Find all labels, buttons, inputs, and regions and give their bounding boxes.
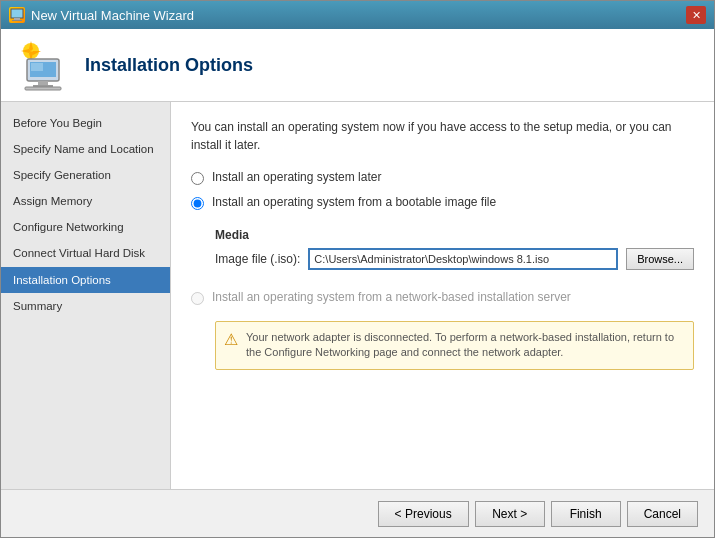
- sidebar-item-connect-virtual-hard-disk[interactable]: Connect Virtual Hard Disk: [1, 240, 170, 266]
- media-section: Media Image file (.iso): Browse...: [215, 228, 694, 270]
- content-area: You can install an operating system now …: [171, 102, 714, 489]
- svg-rect-1: [14, 18, 20, 20]
- option-install-later: Install an operating system later: [191, 170, 694, 185]
- radio-install-later[interactable]: [191, 172, 204, 185]
- media-label: Media: [215, 228, 694, 242]
- window-title: New Virtual Machine Wizard: [31, 8, 194, 23]
- description-text: You can install an operating system now …: [191, 118, 694, 154]
- warning-text: Your network adapter is disconnected. To…: [246, 330, 685, 361]
- sidebar-item-assign-memory[interactable]: Assign Memory: [1, 188, 170, 214]
- sidebar-item-summary[interactable]: Summary: [1, 293, 170, 319]
- label-install-bootable: Install an operating system from a boota…: [212, 195, 496, 209]
- radio-install-bootable[interactable]: [191, 197, 204, 210]
- svg-rect-0: [11, 9, 23, 18]
- header-icon: [17, 39, 69, 91]
- image-file-label: Image file (.iso):: [215, 252, 300, 266]
- image-file-row: Image file (.iso): Browse...: [215, 248, 694, 270]
- title-bar: New Virtual Machine Wizard ✕: [1, 1, 714, 29]
- radio-install-network[interactable]: [191, 292, 204, 305]
- main-window: New Virtual Machine Wizard ✕: [0, 0, 715, 538]
- previous-button[interactable]: < Previous: [378, 501, 469, 527]
- browse-button[interactable]: Browse...: [626, 248, 694, 270]
- header-title: Installation Options: [85, 55, 253, 76]
- sidebar-item-before-you-begin[interactable]: Before You Begin: [1, 110, 170, 136]
- label-install-later: Install an operating system later: [212, 170, 381, 184]
- header-section: Installation Options: [1, 29, 714, 102]
- warning-icon: ⚠: [224, 330, 238, 349]
- option-network-install: Install an operating system from a netwo…: [191, 290, 694, 305]
- footer: < Previous Next > Finish Cancel: [1, 489, 714, 537]
- sidebar-item-specify-name-location[interactable]: Specify Name and Location: [1, 136, 170, 162]
- sidebar-item-specify-generation[interactable]: Specify Generation: [1, 162, 170, 188]
- close-button[interactable]: ✕: [686, 6, 706, 24]
- label-install-network: Install an operating system from a netwo…: [212, 290, 571, 304]
- sidebar-item-installation-options[interactable]: Installation Options: [1, 267, 170, 293]
- app-icon: [9, 7, 25, 23]
- svg-rect-13: [25, 87, 61, 90]
- svg-rect-2: [12, 20, 22, 21]
- cancel-button[interactable]: Cancel: [627, 501, 698, 527]
- warning-box: ⚠ Your network adapter is disconnected. …: [215, 321, 694, 370]
- title-bar-left: New Virtual Machine Wizard: [9, 7, 194, 23]
- option-install-bootable: Install an operating system from a boota…: [191, 195, 694, 210]
- svg-rect-11: [38, 81, 48, 85]
- main-content: Before You Begin Specify Name and Locati…: [1, 102, 714, 489]
- svg-rect-10: [31, 63, 43, 71]
- next-button[interactable]: Next >: [475, 501, 545, 527]
- image-file-input[interactable]: [308, 248, 618, 270]
- sidebar-item-configure-networking[interactable]: Configure Networking: [1, 214, 170, 240]
- radio-group: Install an operating system later Instal…: [191, 170, 694, 370]
- finish-button[interactable]: Finish: [551, 501, 621, 527]
- sidebar: Before You Begin Specify Name and Locati…: [1, 102, 171, 489]
